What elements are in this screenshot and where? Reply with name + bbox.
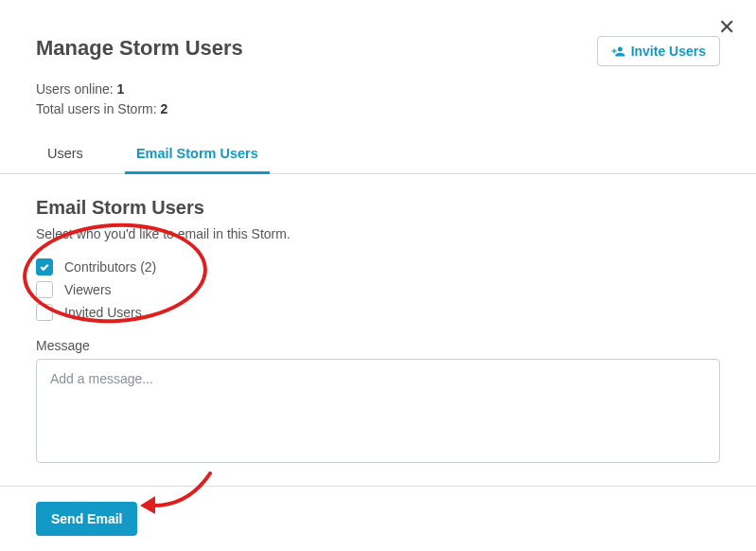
users-online-value: 1 xyxy=(117,81,125,97)
users-online-label: Users online: xyxy=(36,81,117,97)
header-top-row: Manage Storm Users Invite Users xyxy=(36,36,720,66)
checkbox-viewers[interactable] xyxy=(36,281,53,298)
recipient-checkbox-list: Contributors (2) Viewers Invited Users xyxy=(36,258,720,321)
tab-users[interactable]: Users xyxy=(36,136,95,174)
close-icon: ✕ xyxy=(718,15,735,39)
checkbox-viewers-label: Viewers xyxy=(64,282,112,297)
invite-users-label: Invite Users xyxy=(631,44,706,59)
message-label: Message xyxy=(36,338,720,353)
manage-users-modal: ✕ Manage Storm Users Invite Users Users … xyxy=(0,0,756,551)
modal-footer: Send Email xyxy=(0,486,756,551)
modal-header: Manage Storm Users Invite Users Users on… xyxy=(0,0,756,119)
checkbox-invited-users-label: Invited Users xyxy=(64,305,142,320)
close-button[interactable]: ✕ xyxy=(718,17,735,38)
user-stats: Users online: 1 Total users in Storm: 2 xyxy=(36,80,720,119)
checkbox-row-viewers: Viewers xyxy=(36,281,720,298)
checkbox-contributors[interactable] xyxy=(36,258,53,276)
tab-email-storm-users[interactable]: Email Storm Users xyxy=(125,136,270,174)
checkbox-invited-users[interactable] xyxy=(36,304,53,321)
tabs-bar: Users Email Storm Users xyxy=(0,136,756,174)
send-email-button[interactable]: Send Email xyxy=(36,502,137,536)
checkbox-row-contributors: Contributors (2) xyxy=(36,258,720,276)
checkbox-row-invited: Invited Users xyxy=(36,304,720,321)
users-total-row: Total users in Storm: 2 xyxy=(36,99,720,119)
users-total-value: 2 xyxy=(161,101,168,116)
add-user-icon xyxy=(611,44,625,59)
message-textarea[interactable] xyxy=(36,359,720,463)
modal-content: Email Storm Users Select who you'd like … xyxy=(0,174,756,486)
modal-title: Manage Storm Users xyxy=(36,36,243,61)
invite-users-button[interactable]: Invite Users xyxy=(597,36,720,66)
users-online-row: Users online: 1 xyxy=(36,80,720,99)
checkbox-contributors-label: Contributors (2) xyxy=(64,259,156,275)
users-total-label: Total users in Storm: xyxy=(36,101,161,116)
section-subtitle: Select who you'd like to email in this S… xyxy=(36,226,720,241)
check-icon xyxy=(39,261,50,273)
section-title: Email Storm Users xyxy=(36,197,720,219)
